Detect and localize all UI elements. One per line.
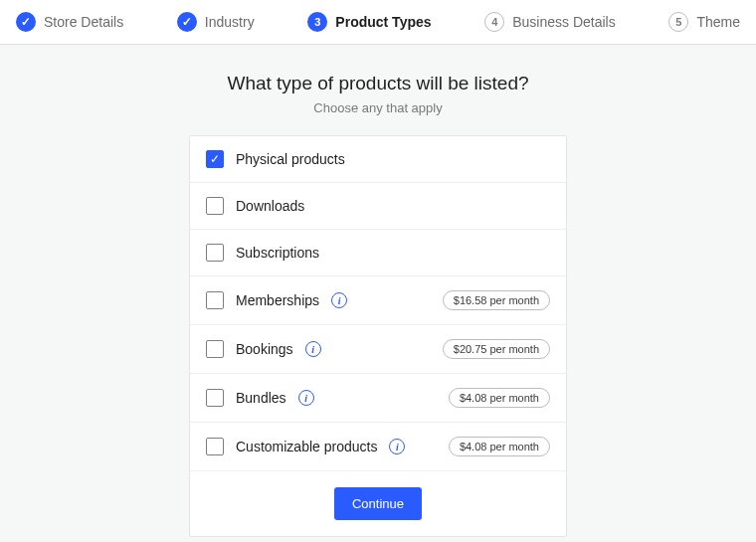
step-number-icon: 4 <box>484 12 504 32</box>
price-badge: $4.08 per month <box>449 388 550 408</box>
step-number-icon: 5 <box>668 12 688 32</box>
product-type-row[interactable]: Memberships i $16.58 per month <box>190 276 566 325</box>
step-label: Industry <box>205 14 255 30</box>
stepper: ✓ Store Details ✓ Industry 3 Product Typ… <box>0 0 756 45</box>
product-type-row[interactable]: Customizable products i $4.08 per month <box>190 423 566 471</box>
checkbox-icon[interactable]: ✓ <box>206 150 224 168</box>
checkbox-icon[interactable] <box>206 291 224 309</box>
info-icon[interactable]: i <box>389 439 405 454</box>
product-type-row[interactable]: Downloads <box>190 183 566 230</box>
step-label: Theme <box>696 14 740 30</box>
product-type-label: Subscriptions <box>236 245 319 261</box>
main-content: What type of products will be listed? Ch… <box>0 45 756 542</box>
step-label: Business Details <box>512 14 616 30</box>
product-type-label: Physical products <box>236 151 345 167</box>
product-type-label: Customizable products <box>236 439 377 454</box>
product-type-row[interactable]: ✓ Physical products <box>190 136 566 183</box>
checkbox-icon[interactable] <box>206 438 224 455</box>
page-title: What type of products will be listed? <box>227 73 528 94</box>
step-number-icon: 3 <box>307 12 327 32</box>
step-store-details[interactable]: ✓ Store Details <box>16 12 123 32</box>
product-type-label: Downloads <box>236 198 304 214</box>
price-badge: $16.58 per month <box>443 290 550 310</box>
price-badge: $4.08 per month <box>449 437 550 456</box>
checkbox-icon[interactable] <box>206 389 224 407</box>
product-type-row[interactable]: Bookings i $20.75 per month <box>190 325 566 374</box>
step-industry[interactable]: ✓ Industry <box>177 12 255 32</box>
product-type-row[interactable]: Subscriptions <box>190 230 566 276</box>
check-icon: ✓ <box>177 12 197 32</box>
product-type-row[interactable]: Bundles i $4.08 per month <box>190 374 566 423</box>
product-type-label: Memberships <box>236 292 319 308</box>
info-icon[interactable]: i <box>305 341 321 357</box>
checkbox-icon[interactable] <box>206 340 224 358</box>
product-type-label: Bundles <box>236 390 286 406</box>
continue-button[interactable]: Continue <box>334 487 422 520</box>
info-icon[interactable]: i <box>298 390 314 406</box>
step-label: Store Details <box>44 14 123 30</box>
check-icon: ✓ <box>16 12 36 32</box>
info-icon[interactable]: i <box>331 292 347 308</box>
step-label: Product Types <box>335 14 431 30</box>
page-subtitle: Choose any that apply <box>313 100 442 115</box>
step-business-details[interactable]: 4 Business Details <box>484 12 616 32</box>
checkbox-icon[interactable] <box>206 197 224 215</box>
product-type-label: Bookings <box>236 341 293 357</box>
step-product-types[interactable]: 3 Product Types <box>307 12 431 32</box>
price-badge: $20.75 per month <box>443 339 550 359</box>
checkbox-icon[interactable] <box>206 244 224 262</box>
step-theme[interactable]: 5 Theme <box>668 12 740 32</box>
product-types-card: ✓ Physical products Downloads Subscripti… <box>189 135 567 537</box>
card-actions: Continue <box>190 471 566 536</box>
